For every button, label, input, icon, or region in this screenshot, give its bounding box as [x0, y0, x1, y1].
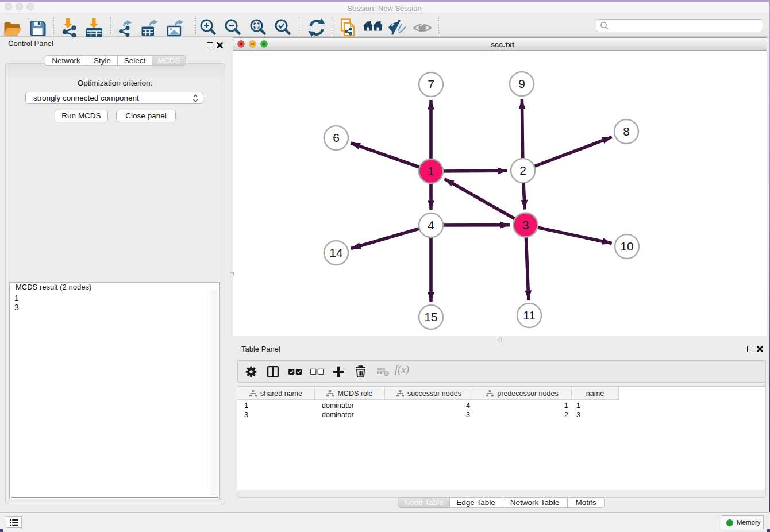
svg-text:8: 8: [623, 125, 630, 138]
svg-text:9: 9: [518, 77, 525, 90]
svg-text:4: 4: [428, 218, 434, 232]
svg-text:6: 6: [333, 131, 340, 144]
svg-text:15: 15: [424, 310, 437, 323]
svg-text:2: 2: [519, 164, 526, 177]
svg-text:14: 14: [329, 246, 343, 259]
svg-text:11: 11: [523, 309, 536, 322]
svg-text:10: 10: [620, 240, 633, 253]
svg-text:7: 7: [428, 78, 434, 91]
svg-text:1: 1: [428, 164, 434, 178]
svg-text:3: 3: [522, 218, 529, 232]
